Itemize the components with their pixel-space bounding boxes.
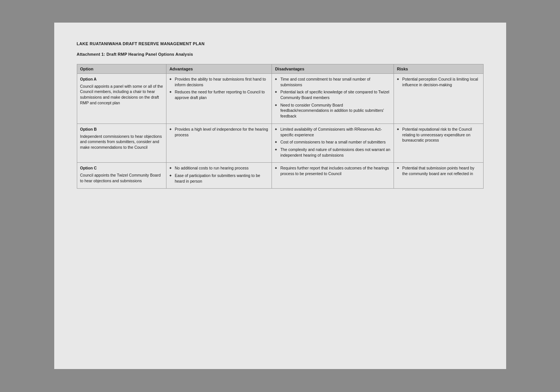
- cell-risks-1: Potential reputational risk to the Counc…: [394, 124, 483, 162]
- cell-disadvantages-2: Requires further report that includes ou…: [272, 163, 394, 189]
- header-risks: Risks: [394, 64, 483, 74]
- advantage-item: Provides a high level of independence fo…: [169, 127, 269, 137]
- risk-item: Potential perception Council is limiting…: [397, 76, 480, 87]
- disadvantage-item: Need to consider Community Board feedbac…: [275, 102, 391, 119]
- document-container: LAKE RUATANIWAHA DRAFT RESERVE MANAGEMEN…: [54, 23, 506, 369]
- cell-risks-2: Potential that submission points heard b…: [394, 163, 483, 189]
- table-row: Option BIndependent commissioners to hea…: [77, 124, 483, 162]
- disadvantage-item: Requires further report that includes ou…: [275, 165, 391, 176]
- risk-item: Potential reputational risk to the Counc…: [397, 127, 480, 143]
- cell-option-0: Option ACouncil appoints a panel with so…: [77, 74, 166, 124]
- document-subtitle: Attachment 1: Draft RMP Hearing Panel Op…: [77, 52, 484, 56]
- disadvantage-item: Cost of commissioners to hear a small nu…: [275, 139, 391, 145]
- advantage-item: Provides the ability to hear submissions…: [169, 76, 269, 87]
- cell-advantages-0: Provides the ability to hear submissions…: [166, 74, 272, 124]
- cell-disadvantages-1: Limited availability of Commissioners wi…: [272, 124, 394, 162]
- advantage-item: No additional costs to run hearing proce…: [169, 165, 269, 171]
- disadvantage-item: Limited availability of Commissioners wi…: [275, 127, 391, 137]
- option-description: Council appoints a panel with some or al…: [80, 84, 163, 105]
- cell-risks-0: Potential perception Council is limiting…: [394, 74, 483, 124]
- document-title: LAKE RUATANIWAHA DRAFT RESERVE MANAGEMEN…: [77, 41, 484, 46]
- cell-advantages-2: No additional costs to run hearing proce…: [166, 163, 272, 189]
- option-description: Independent commissioners to hear object…: [80, 134, 162, 149]
- advantage-item: Ease of participation for submitters wan…: [169, 173, 269, 184]
- disadvantage-item: Potential lack of specific knowledge of …: [275, 89, 391, 100]
- cell-option-2: Option CCouncil appoints the Twizel Comm…: [77, 163, 166, 189]
- table-row: Option ACouncil appoints a panel with so…: [77, 74, 483, 124]
- header-advantages: Advantages: [166, 64, 272, 74]
- risk-item: Potential that submission points heard b…: [397, 165, 480, 176]
- advantage-item: Reduces the need for further reporting t…: [169, 89, 269, 100]
- disadvantage-item: The complexity and nature of submissions…: [275, 147, 391, 158]
- header-option: Option: [77, 64, 166, 74]
- header-disadvantages: Disadvantages: [272, 64, 394, 74]
- table-header-row: Option Advantages Disadvantages Risks: [77, 64, 483, 74]
- cell-advantages-1: Provides a high level of independence fo…: [166, 124, 272, 162]
- option-name: Option C: [80, 165, 163, 171]
- cell-disadvantages-0: Time and cost commitment to hear small n…: [272, 74, 394, 124]
- option-description: Council appoints the Twizel Community Bo…: [80, 173, 161, 183]
- cell-option-1: Option BIndependent commissioners to hea…: [77, 124, 166, 162]
- options-table: Option Advantages Disadvantages Risks Op…: [77, 64, 484, 189]
- option-name: Option A: [80, 76, 163, 82]
- table-row: Option CCouncil appoints the Twizel Comm…: [77, 163, 483, 189]
- option-name: Option B: [80, 127, 163, 132]
- disadvantage-item: Time and cost commitment to hear small n…: [275, 76, 391, 87]
